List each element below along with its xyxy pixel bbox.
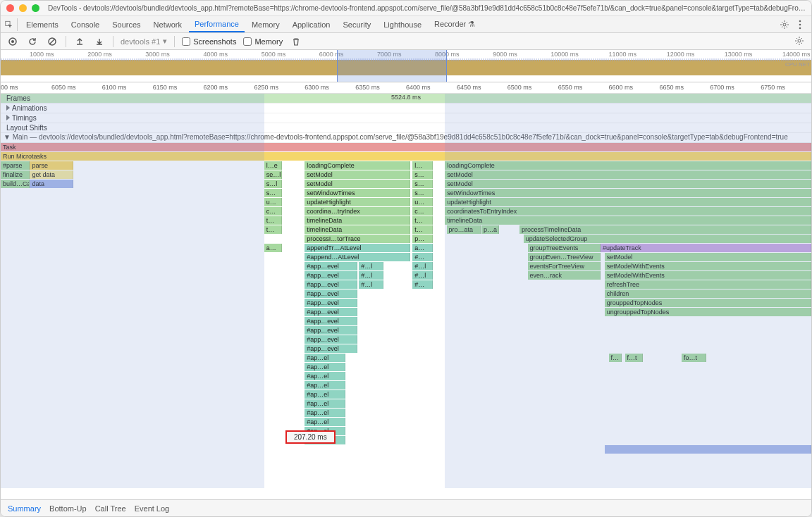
flame-bar[interactable]: s…	[412, 189, 433, 197]
flame-bar[interactable]: #updateTrack	[601, 244, 811, 252]
tab-memory[interactable]: Memory	[246, 16, 285, 32]
record-button[interactable]	[6, 35, 19, 48]
flame-bar[interactable]: timelineData	[445, 216, 811, 225]
zoom-button[interactable]	[32, 4, 39, 12]
flame-bar[interactable]: data	[30, 180, 73, 188]
tab-elements[interactable]: Elements	[20, 16, 64, 32]
flame-bar[interactable]: pro…ata	[447, 225, 481, 234]
flame-bar[interactable]: fo…t	[682, 354, 706, 362]
flame-bar[interactable]: #…l	[412, 271, 433, 280]
flame-bar[interactable]: setModel	[605, 253, 811, 261]
flame-bar[interactable]: #ap…el	[304, 399, 345, 408]
tab-security[interactable]: Security	[337, 16, 376, 32]
flame-bar[interactable]: f…	[609, 354, 622, 362]
flame-bar[interactable]: s…	[412, 170, 433, 179]
flame-bar[interactable]: p…	[412, 235, 433, 243]
flame-bar[interactable]: p…a	[481, 225, 499, 234]
flame-bar[interactable]: a…	[264, 244, 282, 252]
tab-call-tree[interactable]: Call Tree	[95, 504, 126, 513]
flame-bar[interactable]: #…	[412, 253, 433, 261]
trash-button[interactable]	[290, 35, 302, 48]
flame-bar[interactable]: u…	[264, 198, 282, 206]
flame-bar[interactable]: #…l	[412, 262, 433, 270]
flame-bar[interactable]: f…t	[625, 354, 643, 362]
trace-select[interactable]: devtools #1▾	[121, 37, 167, 46]
screenshots-checkbox[interactable]: Screenshots	[182, 37, 236, 46]
flame-bar[interactable]: #app…evel	[304, 317, 357, 325]
flame-bar[interactable]: #app…evel	[304, 289, 357, 298]
flame-bar[interactable]: s…l	[264, 180, 282, 188]
flame-bar[interactable]: #app…evel	[304, 326, 357, 335]
flame-bar[interactable]: #ap…el	[304, 372, 345, 380]
flame-bar[interactable]: groupEven…TreeView	[528, 253, 601, 261]
flame-bar[interactable]: Run Microtasks	[1, 152, 811, 161]
flame-bar[interactable]: #app…evel	[304, 308, 357, 316]
flame-bar[interactable]: setWindowTimes	[445, 189, 811, 197]
tab-application[interactable]: Application	[287, 16, 336, 32]
track-layout-shifts[interactable]: Layout Shifts	[1, 124, 47, 132]
flame-bar[interactable]: #ap…el	[304, 354, 345, 362]
flame-bar[interactable]: timelineData	[304, 216, 410, 225]
download-button[interactable]	[93, 35, 106, 48]
flame-bar[interactable]: processTimelineData	[519, 225, 811, 234]
flame-bar[interactable]: t…	[412, 216, 433, 225]
flame-bar[interactable]: parse	[30, 161, 73, 170]
flame-bar[interactable]: se…l	[264, 170, 282, 179]
memory-checkbox[interactable]: Memory	[243, 37, 283, 46]
flame-bar[interactable]: setWindowTimes	[304, 189, 410, 197]
minimize-button[interactable]	[19, 4, 27, 12]
tab-sources[interactable]: Sources	[106, 16, 146, 32]
flame-bar[interactable]: l…e	[264, 161, 282, 170]
flame-bar[interactable]: s…	[264, 189, 282, 197]
flame-bar[interactable]: l…	[412, 161, 433, 170]
kebab-icon[interactable]	[793, 18, 807, 32]
flame-bar[interactable]: c…	[412, 207, 433, 216]
flame-bar[interactable]: setModelWithEvents	[605, 271, 811, 280]
inspect-icon[interactable]	[5, 18, 18, 31]
flame-bar[interactable]: Task	[1, 143, 811, 151]
clear-button[interactable]	[46, 35, 59, 48]
tab-network[interactable]: Network	[148, 16, 187, 32]
flame-bar[interactable]: t…	[412, 225, 433, 234]
tab-lighthouse[interactable]: Lighthouse	[378, 16, 427, 32]
flame-bar[interactable]: ungrouppedTopNodes	[605, 308, 811, 316]
flame-bar[interactable]: #…l	[359, 280, 383, 289]
flame-bar[interactable]: #ap…el	[304, 363, 345, 371]
flame-bar[interactable]: appendTr…AtLevel	[304, 244, 410, 252]
flame-bar[interactable]: #app…evel	[304, 299, 357, 307]
track-timings[interactable]: Timings	[1, 114, 37, 122]
flame-bar[interactable]: #app…evel	[304, 271, 357, 280]
flame-bar[interactable]: finalize	[1, 170, 30, 179]
flame-bar[interactable]: setModel	[445, 170, 811, 179]
close-button[interactable]	[6, 4, 14, 12]
flame-bar[interactable]: setModel	[445, 180, 811, 188]
flame-bar[interactable]: updateHighlight	[304, 198, 410, 206]
flame-bar[interactable]: coordinatesToEntryIndex	[445, 207, 811, 216]
track-animations[interactable]: Animations	[1, 104, 47, 112]
flame-bar[interactable]: u…	[412, 198, 433, 206]
detail-ruler[interactable]: 00 ms6050 ms6100 ms6150 ms6200 ms6250 ms…	[1, 82, 811, 94]
tab-recorder[interactable]: Recorder ⚗	[429, 16, 481, 32]
flame-bar[interactable]: loadingComplete	[304, 161, 410, 170]
flame-bar[interactable]: processI…torTrace	[304, 235, 410, 243]
flame-bar[interactable]: groupTreeEvents	[528, 244, 601, 252]
flame-bar[interactable]: #…	[412, 280, 433, 289]
flame-bar[interactable]: even…rack	[528, 271, 601, 280]
flame-bar[interactable]: loadingComplete	[445, 161, 811, 170]
flame-bar[interactable]: #…l	[359, 271, 383, 280]
flame-bar[interactable]: #ap…el	[304, 409, 345, 417]
flame-bar[interactable]: a…	[412, 244, 433, 252]
flame-bar[interactable]: #app…evel	[304, 280, 357, 289]
settings-icon[interactable]	[777, 18, 792, 32]
tab-bottom-up[interactable]: Bottom-Up	[49, 504, 87, 513]
flame-bar[interactable]: #ap…el	[304, 390, 345, 399]
flame-bar[interactable]: setModel	[304, 170, 410, 179]
flame-bar[interactable]: get data	[30, 170, 73, 179]
flame-bar[interactable]: #app…evel	[304, 262, 357, 270]
flame-bar[interactable]: coordina…tryIndex	[304, 207, 410, 216]
flame-bar[interactable]: c…	[264, 207, 282, 216]
flame-bar[interactable]	[605, 445, 811, 454]
flame-bar[interactable]: updateSelectedGroup	[524, 235, 811, 243]
flame-bar[interactable]: setModel	[304, 180, 410, 188]
flame-bar[interactable]: t…	[264, 225, 282, 234]
